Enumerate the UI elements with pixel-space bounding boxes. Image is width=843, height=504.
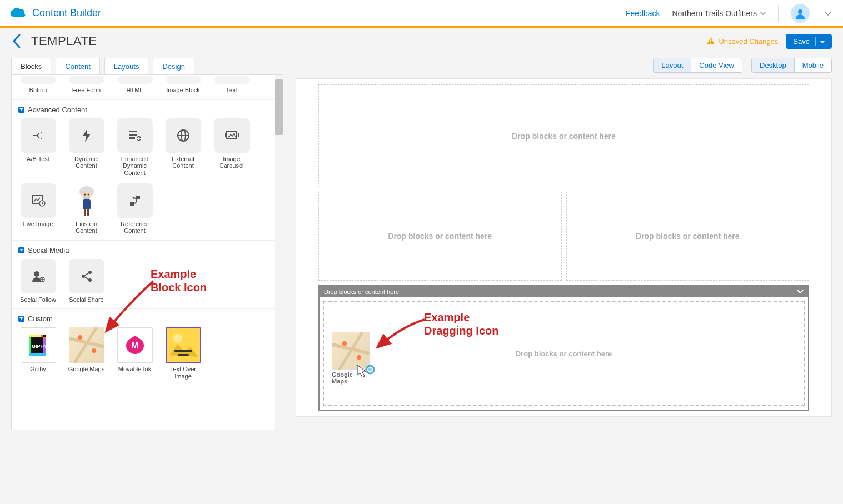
svg-text:M: M [131,341,138,350]
dropzone-active[interactable]: Drop blocks or content here Drop blocks … [318,285,809,411]
svg-rect-25 [136,196,140,199]
svg-point-43 [78,335,82,340]
block-reference-content[interactable]: Reference Content [114,183,156,234]
bolt-icon [81,128,92,143]
org-switcher[interactable]: Northern Trails Outfitters [672,9,766,18]
editor-tabs: Blocks Content Layouts Design [11,58,283,74]
block-dynamic-content[interactable]: Dynamic Content [66,118,107,177]
einstein-icon [74,184,99,217]
svg-rect-47 [174,350,192,352]
movable-ink-icon: M [123,334,147,356]
page-title: TEMPLATE [31,34,97,48]
block-button[interactable]: Button [17,76,59,94]
svg-rect-24 [130,202,134,206]
section-advanced-content[interactable]: Advanced Content [12,99,283,118]
block-free-form[interactable]: Free Form [66,76,107,94]
section-social-media[interactable]: Social Media [12,240,283,259]
svg-point-19 [84,193,86,195]
block-enhanced-dynamic-content[interactable]: Enhanced Dynamic Content [114,118,156,177]
chevron-down-icon[interactable] [797,290,804,294]
block-giphy[interactable]: GIPHYGiphy [17,327,59,380]
block-html[interactable]: HTML [114,76,156,94]
svg-line-32 [84,277,89,280]
svg-rect-37 [29,353,46,356]
block-live-image[interactable]: Live Image [17,183,59,234]
svg-point-46 [173,334,182,343]
chevron-down-icon [760,12,766,15]
svg-rect-2 [710,43,711,44]
section-custom[interactable]: Custom [12,308,283,327]
block-social-share[interactable]: Social Share [66,259,107,303]
block-social-follow[interactable]: Social Follow [17,259,59,303]
unsaved-warning: Unsaved Changes [706,37,778,46]
block-ab-test[interactable]: A/B Test [17,118,59,177]
svg-rect-22 [84,209,86,216]
svg-point-54 [368,368,372,371]
svg-rect-14 [238,133,239,137]
svg-rect-39 [43,337,46,339]
share-icon [80,270,93,283]
actionbar: TEMPLATE Unsaved Changes Save [0,28,843,51]
toggle-mobile[interactable]: Mobile [794,58,831,72]
block-image-carousel[interactable]: Image Carousel [211,118,252,177]
globe-icon [177,129,190,142]
svg-text:GIPHY: GIPHY [32,343,47,349]
dropzone-half-left[interactable]: Drop blocks or content here [318,192,562,281]
dropzone-body[interactable]: Drop blocks or content here Google Maps … [323,301,805,406]
giphy-icon: GIPHY [24,331,52,359]
view-toggles: Layout Code View Desktop Mobile [296,58,832,73]
back-button[interactable] [11,33,23,49]
dropzone-header: Drop blocks or content here [320,286,808,297]
toggle-layout[interactable]: Layout [654,58,691,72]
divider [778,5,779,22]
map-icon [69,327,104,363]
svg-rect-4 [129,134,137,136]
svg-rect-5 [129,137,135,139]
feedback-link[interactable]: Feedback [626,9,660,18]
block-text[interactable]: Text [211,76,252,94]
topbar: Content Builder Feedback Northern Trails… [0,0,843,28]
carousel-icon [224,130,240,141]
svg-point-44 [92,348,96,353]
canvas: Drop blocks or content here Drop blocks … [296,78,832,417]
annotation-dragging-icon: Example Dragging Icon [424,311,498,337]
svg-rect-3 [129,131,137,132]
tab-layouts[interactable]: Layouts [104,58,149,74]
chevron-down-icon [825,12,831,16]
svg-point-26 [34,271,39,277]
dropzone-full[interactable]: Drop blocks or content here [318,84,809,187]
svg-rect-34 [29,335,31,356]
toggle-code-view[interactable]: Code View [691,58,742,72]
block-google-maps[interactable]: Google Maps [66,327,107,380]
text-over-image-icon [167,328,200,362]
tab-blocks[interactable]: Blocks [11,58,51,74]
svg-point-51 [342,341,347,346]
scrollbar-thumb[interactable] [275,79,283,135]
svg-rect-48 [178,354,189,356]
block-image-block[interactable]: Image Block [162,76,204,94]
collapse-icon [18,247,24,253]
svg-rect-23 [87,209,89,216]
overflow-menu[interactable] [822,9,834,17]
ab-test-icon [31,129,46,142]
avatar[interactable] [791,4,810,23]
app-title: Content Builder [32,7,101,19]
block-external-content[interactable]: External Content [162,118,204,177]
block-movable-ink[interactable]: MMovable Ink [114,327,156,380]
dropzone-half-right[interactable]: Drop blocks or content here [566,192,810,281]
scrollbar[interactable] [275,75,283,430]
list-plus-icon [128,129,142,142]
svg-rect-21 [83,199,91,209]
collapse-icon [18,316,24,322]
arrow-icon [372,315,427,354]
save-dropdown-caret[interactable] [815,37,825,46]
block-text-over-image[interactable]: Text Over Image [162,327,204,380]
svg-point-52 [357,355,361,360]
svg-rect-13 [225,133,226,137]
save-button[interactable]: Save [786,34,832,49]
toggle-desktop[interactable]: Desktop [752,58,794,72]
tab-content[interactable]: Content [56,58,100,74]
tab-design[interactable]: Design [153,58,194,74]
user-icon [795,8,806,19]
block-einstein-content[interactable]: Einstein Content [66,183,107,234]
